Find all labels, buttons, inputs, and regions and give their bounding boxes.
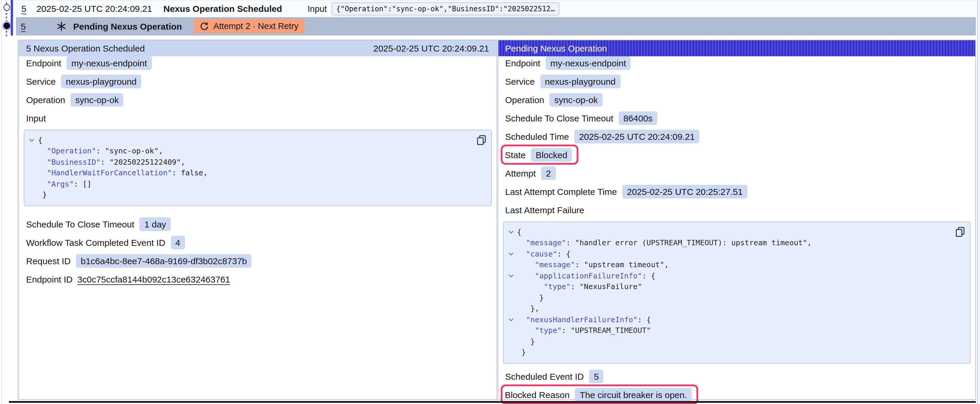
copy-icon[interactable] <box>956 227 964 238</box>
input-preview-chip[interactable]: {"Operation":"sync-op-ok","BusinessID":"… <box>332 2 560 16</box>
chevron-spacer <box>29 179 38 190</box>
chevron-spacer <box>29 190 38 201</box>
field-value-badge: 2025-02-25 UTC 20:25:27.51 <box>622 185 748 198</box>
field-row: Schedule To Close Timeout1 day <box>26 217 489 231</box>
field-label: Input <box>26 113 46 123</box>
field-row: Scheduled Time2025-02-25 UTC 20:24:09.21 <box>505 130 968 143</box>
field-label: Schedule To Close Timeout <box>26 219 134 229</box>
chevron-spacer <box>29 168 38 179</box>
event-time: 2025-02-25 UTC 20:24:09.21 <box>37 4 152 14</box>
field-value-badge: Blocked <box>531 148 572 162</box>
field-value-badge: sync-op-ok <box>550 93 603 106</box>
field-row: Blocked ReasonThe circuit breaker is ope… <box>505 388 968 401</box>
expanded-row-left-border <box>17 40 18 401</box>
attempt-retry-badge: Attempt 2 · Next Retry <box>194 19 304 33</box>
field-row: Endpointmy-nexus-endpoint <box>505 56 968 70</box>
field-label: State <box>505 150 526 160</box>
field-label: Attempt <box>505 168 536 178</box>
field-value-badge: my-nexus-endpoint <box>67 56 151 70</box>
field-row: Last Attempt Failure <box>505 203 968 217</box>
group-bottom-divider <box>9 401 976 402</box>
field-row: Endpoint ID3c0c75ccfa8144b092c13ce632463… <box>26 272 489 286</box>
collapse-chevron-icon[interactable] <box>29 135 38 146</box>
field-value-badge: 2 <box>541 166 555 180</box>
field-label: Operation <box>26 95 65 105</box>
event-title: Nexus Operation Scheduled <box>164 4 282 14</box>
field-label: Schedule To Close Timeout <box>505 113 613 123</box>
pending-operation-panel: Pending Nexus Operation Endpointmy-nexus… <box>497 40 976 400</box>
field-row: StateBlocked <box>505 148 968 162</box>
copy-icon[interactable] <box>477 135 485 147</box>
field-row: Operationsync-op-ok <box>26 93 489 106</box>
page-left-border <box>1 0 2 404</box>
field-row: Input <box>26 111 489 125</box>
event-row-scheduled[interactable]: 5 2025-02-25 UTC 20:24:09.21 Nexus Opera… <box>16 0 976 17</box>
field-label: Workflow Task Completed Event ID <box>26 237 165 247</box>
collapse-chevron-icon[interactable] <box>508 249 517 260</box>
field-row: Request IDb1c6a4bc-8ee7-468a-9169-df3b02… <box>26 254 489 268</box>
chevron-spacer <box>508 281 517 292</box>
collapse-chevron-icon[interactable] <box>508 271 517 281</box>
field-value-badge: sync-op-ok <box>71 93 124 106</box>
endpoint-id-link[interactable]: 3c0c75ccfa8144b092c13ce632463761 <box>77 274 230 284</box>
field-label: Last Attempt Failure <box>505 205 584 215</box>
field-row: Operationsync-op-ok <box>505 93 968 106</box>
field-label: Service <box>26 76 56 86</box>
workflow-event-history-detail: 5 2025-02-25 UTC 20:24:09.21 Nexus Opera… <box>0 0 980 404</box>
field-value-badge: nexus-playground <box>61 74 142 88</box>
event-detail-header: 5 Nexus Operation Scheduled 2025-02-25 U… <box>19 40 496 56</box>
field-row: Scheduled Event ID5 <box>505 369 968 383</box>
field-label: Last Attempt Complete Time <box>505 186 617 196</box>
pending-title: Pending Nexus Operation <box>73 21 182 31</box>
chevron-spacer <box>508 303 517 314</box>
event-detail-header-title: 5 Nexus Operation Scheduled <box>26 43 145 53</box>
field-label: Endpoint ID <box>26 274 73 284</box>
page-right-gutter <box>977 0 980 404</box>
pending-operation-row[interactable]: 5 Pending Nexus Operation Attempt 2 · Ne… <box>16 17 976 35</box>
chevron-spacer <box>508 238 517 249</box>
attempt-badge-label: Attempt 2 · Next Retry <box>213 21 298 31</box>
collapse-chevron-icon[interactable] <box>508 314 517 325</box>
pending-operation-header: Pending Nexus Operation <box>498 40 975 56</box>
json-code-block: { "Operation": "sync-op-ok", "BusinessID… <box>24 130 492 206</box>
field-row: Servicenexus-playground <box>26 74 489 88</box>
pending-id-link[interactable]: 5 <box>21 21 26 31</box>
field-row: Servicenexus-playground <box>505 74 968 88</box>
chevron-spacer <box>29 157 38 168</box>
field-value-badge: 1 day <box>140 217 171 231</box>
chevron-spacer <box>29 146 38 157</box>
field-label: Operation <box>505 95 544 105</box>
field-value-badge: The circuit breaker is open. <box>575 388 692 401</box>
collapse-chevron-icon[interactable] <box>508 227 517 238</box>
field-value-badge: 5 <box>589 369 604 383</box>
chevron-spacer <box>508 347 517 358</box>
event-id-link[interactable]: 5 <box>21 4 26 14</box>
field-row: Schedule To Close Timeout86400s <box>505 111 968 125</box>
field-value-badge: my-nexus-endpoint <box>546 56 631 70</box>
field-label: Service <box>505 76 535 86</box>
field-value-badge: 4 <box>170 236 185 249</box>
field-value-badge: 86400s <box>619 111 657 125</box>
timeline-node-hollow-icon <box>3 4 10 11</box>
field-label: Scheduled Time <box>505 131 569 141</box>
chevron-spacer <box>508 292 517 303</box>
field-value-badge: 2025-02-25 UTC 20:24:09.21 <box>574 130 699 143</box>
field-row: Last Attempt Complete Time2025-02-25 UTC… <box>505 185 968 198</box>
field-label: Request ID <box>26 256 71 266</box>
field-value-badge: b1c6a4bc-8ee7-468a-9169-df3b02c8737b <box>76 254 251 268</box>
field-value-badge: nexus-playground <box>540 74 620 88</box>
field-row: Workflow Task Completed Event ID4 <box>26 236 489 249</box>
event-detail-panel: 5 Nexus Operation Scheduled 2025-02-25 U… <box>18 40 497 400</box>
field-label: Blocked Reason <box>505 390 570 399</box>
retry-icon <box>200 22 208 30</box>
field-row: Endpointmy-nexus-endpoint <box>26 56 489 70</box>
json-code-block: { "message": "handler error (UPSTREAM_TI… <box>503 221 970 363</box>
timeline-node-filled-icon <box>3 22 10 29</box>
chevron-spacer <box>508 336 517 347</box>
event-detail-header-time: 2025-02-25 UTC 20:24:09.21 <box>374 43 489 53</box>
annotation-highlight-box: StateBlocked <box>500 144 579 165</box>
field-label: Scheduled Event ID <box>505 371 584 381</box>
pending-operation-header-title: Pending Nexus Operation <box>505 43 607 53</box>
field-label: Endpoint <box>505 58 540 68</box>
field-label: Endpoint <box>26 58 61 68</box>
